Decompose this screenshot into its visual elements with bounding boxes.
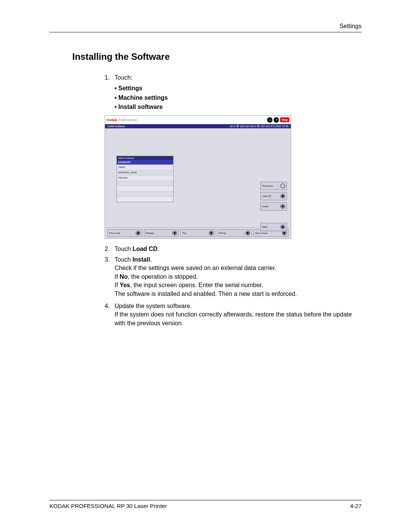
bullet-install-software: Install software <box>115 103 362 111</box>
footer-left: KODAK PROFESSIONAL RP 30 Laser Printer <box>49 503 167 509</box>
stop-button[interactable]: Stop <box>280 117 289 122</box>
step-4-number: 4. <box>105 302 115 328</box>
section-title: Installing the Software <box>72 51 362 62</box>
status-left: Install software <box>107 125 125 128</box>
step-2-text: Touch Load CD. <box>115 245 362 253</box>
step-2-number: 2. <box>105 245 115 253</box>
print-mode-button[interactable]: Print mode <box>107 229 142 237</box>
software-item-empty <box>117 181 173 186</box>
radio-icon <box>136 231 140 235</box>
software-item-selected[interactable]: PASSPORT <box>117 160 173 165</box>
radio-icon <box>245 231 250 235</box>
help-icon[interactable]: ? <box>274 117 279 123</box>
install-button[interactable]: Install <box>260 202 287 211</box>
software-item-empty <box>117 197 173 202</box>
load-cd-button[interactable]: Load CD <box>260 192 287 200</box>
radio-icon <box>209 231 213 235</box>
step-1-text: Touch: <box>115 73 362 82</box>
software-item[interactable]: STATISTIC_SAVE <box>117 170 173 175</box>
back-button[interactable]: Back <box>260 223 287 231</box>
software-item[interactable]: PRICING <box>117 175 173 181</box>
brand-logo: Kodak Professional <box>107 118 137 122</box>
test-button[interactable]: Test <box>180 229 215 237</box>
software-item-empty <box>117 186 173 191</box>
shot-titlebar: Kodak Professional i ? Stop <box>105 116 291 124</box>
info-icon[interactable]: i <box>267 117 272 123</box>
radio-icon <box>280 204 285 209</box>
status-right: 20 m ⦿ 102 mm 40 m ⦿ 152 mm 07/14/02 19:… <box>230 125 288 128</box>
radio-icon <box>280 225 285 229</box>
step-3-number: 3. <box>105 256 115 298</box>
preversion-button[interactable]: Preversion <box>260 182 287 190</box>
software-list-header: Select Software <box>117 156 173 160</box>
bullet-settings: Settings <box>115 84 362 93</box>
bullet-machine-settings: Machine settings <box>115 94 362 102</box>
page-header-right: Settings <box>49 23 362 32</box>
step-1-number: 1. <box>105 73 115 82</box>
step-4-text: Update the system software. If the syste… <box>115 302 362 328</box>
radio-icon <box>280 184 285 188</box>
footer-right: 4-27 <box>350 503 362 509</box>
pricing-button[interactable]: Pricing <box>217 229 252 237</box>
step-3-text: Touch Install. Check if the settings wer… <box>115 256 362 298</box>
radio-icon <box>172 231 177 235</box>
radio-icon <box>280 194 285 198</box>
settings-button[interactable]: Settings <box>144 229 179 237</box>
software-item-empty <box>117 191 173 197</box>
software-item[interactable]: INDEX <box>117 165 173 170</box>
embedded-screenshot: Kodak Professional i ? Stop Install soft… <box>105 115 291 239</box>
software-list: Select Software PASSPORT INDEX STATISTIC… <box>116 156 174 202</box>
shot-statusbar: Install software 20 m ⦿ 102 mm 40 m ⦿ 15… <box>105 124 291 128</box>
radio-icon <box>282 231 287 235</box>
